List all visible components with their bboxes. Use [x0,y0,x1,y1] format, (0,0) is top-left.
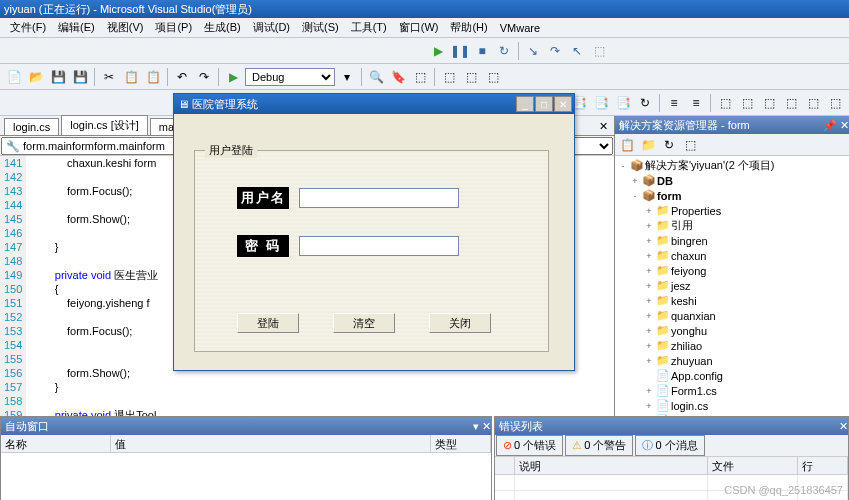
menu-edit[interactable]: 编辑(E) [52,18,101,37]
copy-icon[interactable]: 📋 [121,67,141,87]
err-col-desc[interactable]: 说明 [515,457,708,474]
se-tb-3-icon[interactable]: 📑 [613,93,633,113]
comment-icon[interactable]: ⬚ [410,67,430,87]
maximize-icon[interactable]: □ [535,96,553,112]
se-tb-11-icon[interactable]: ⬚ [803,93,823,113]
errors-toggle[interactable]: ⊘0 个错误 [496,435,563,456]
minimize-icon[interactable]: _ [516,96,534,112]
auto-col-type[interactable]: 类型 [431,435,491,452]
bookmark-icon[interactable]: 🔖 [388,67,408,87]
auto-grid[interactable] [1,453,491,500]
undo-icon[interactable]: ↶ [172,67,192,87]
err-close-icon[interactable]: ✕ [839,420,848,432]
more-icon[interactable]: ⬚ [439,67,459,87]
step-over-icon[interactable]: ↷ [545,41,565,61]
menu-build[interactable]: 生成(B) [198,18,247,37]
se-tb-4-icon[interactable]: ↻ [635,93,655,113]
se-tb-8-icon[interactable]: ⬚ [737,93,757,113]
auto-headers: 名称 值 类型 [1,435,491,453]
err-col-icon[interactable] [495,457,515,474]
start-icon[interactable]: ▶ [223,67,243,87]
tree-chaxun[interactable]: +📁chaxun [615,248,849,263]
username-input[interactable] [299,188,459,208]
tree-zhiliao[interactable]: +📁zhiliao [615,338,849,353]
err-col-file[interactable]: 文件 [708,457,798,474]
se-tb-2-icon[interactable]: 📑 [591,93,611,113]
cut-icon[interactable]: ✂ [99,67,119,87]
password-input[interactable] [299,236,459,256]
solution-tree[interactable]: -📦解决方案'yiyuan'(2 个项目) +📦DB -📦form +📁Prop… [615,156,849,416]
tree-form1[interactable]: +📄Form1.cs [615,383,849,398]
tree-quanxian[interactable]: +📁quanxian [615,308,849,323]
menu-help[interactable]: 帮助(H) [444,18,493,37]
tab-login-cs[interactable]: login.cs [4,118,59,135]
tree-mainform[interactable]: -📄mainform.cs [615,413,849,416]
auto-dropdown-icon[interactable]: ▾ [473,420,479,432]
hex-icon[interactable]: ⬚ [589,41,609,61]
clear-button[interactable]: 清空 [333,313,395,333]
close-button[interactable]: 关闭 [429,313,491,333]
tree-appconfig[interactable]: 📄App.config [615,368,849,383]
save-icon[interactable]: 💾 [48,67,68,87]
se-tb-5-icon[interactable]: ≡ [664,93,684,113]
warnings-toggle[interactable]: ⚠0 个警告 [565,435,633,456]
step-out-icon[interactable]: ↖ [567,41,587,61]
menu-vmware[interactable]: VMware [494,20,546,36]
tree-properties[interactable]: +📁Properties [615,203,849,218]
more3-icon[interactable]: ⬚ [483,67,503,87]
showall-icon[interactable]: 📁 [638,135,658,155]
restart-icon[interactable]: ↻ [494,41,514,61]
continue-icon[interactable]: ▶ [428,41,448,61]
open-icon[interactable]: 📂 [26,67,46,87]
redo-icon[interactable]: ↷ [194,67,214,87]
tab-close-icon[interactable]: ✕ [593,118,614,135]
pause-icon[interactable]: ❚❚ [450,41,470,61]
menu-tools[interactable]: 工具(T) [345,18,393,37]
menu-debug[interactable]: 调试(D) [247,18,296,37]
tree-refs[interactable]: +📁引用 [615,218,849,233]
menu-window[interactable]: 窗口(W) [393,18,445,37]
se-tb-7-icon[interactable]: ⬚ [715,93,735,113]
tree-feiyong[interactable]: +📁feiyong [615,263,849,278]
refresh-icon[interactable]: ↻ [659,135,679,155]
stop-icon[interactable]: ■ [472,41,492,61]
menu-file[interactable]: 文件(F) [4,18,52,37]
se-tb-10-icon[interactable]: ⬚ [781,93,801,113]
view2-icon[interactable]: ⬚ [680,135,700,155]
tree-bingren[interactable]: +📁bingren [615,233,849,248]
tree-proj-db[interactable]: +📦DB [615,173,849,188]
messages-toggle[interactable]: ⓘ0 个消息 [635,435,704,456]
more2-icon[interactable]: ⬚ [461,67,481,87]
close-icon[interactable]: ✕ [840,119,849,131]
tree-solution[interactable]: -📦解决方案'yiyuan'(2 个项目) [615,158,849,173]
pin-icon[interactable]: 📌 [823,119,837,131]
tree-login[interactable]: +📄login.cs [615,398,849,413]
dialog-title-bar[interactable]: 🖥 医院管理系统 _ □ ✕ [174,94,574,114]
auto-close-icon[interactable]: ✕ [482,420,491,432]
menu-test[interactable]: 测试(S) [296,18,345,37]
tab-login-design[interactable]: login.cs [设计] [61,115,147,135]
menu-view[interactable]: 视图(V) [101,18,150,37]
auto-col-name[interactable]: 名称 [1,435,111,452]
se-tb-6-icon[interactable]: ≡ [686,93,706,113]
new-icon[interactable]: 📄 [4,67,24,87]
err-col-line[interactable]: 行 [798,457,848,474]
menu-project[interactable]: 项目(P) [149,18,198,37]
tree-proj-form[interactable]: -📦form [615,188,849,203]
saveall-icon[interactable]: 💾 [70,67,90,87]
tree-yonghu[interactable]: +📁yonghu [615,323,849,338]
se-tb-12-icon[interactable]: ⬚ [825,93,845,113]
prop-icon[interactable]: 📋 [617,135,637,155]
se-tb-9-icon[interactable]: ⬚ [759,93,779,113]
paste-icon[interactable]: 📋 [143,67,163,87]
auto-col-value[interactable]: 值 [111,435,431,452]
dropdown-icon[interactable]: ▾ [337,67,357,87]
tree-zhuyuan[interactable]: +📁zhuyuan [615,353,849,368]
tree-jesz[interactable]: +📁jesz [615,278,849,293]
step-into-icon[interactable]: ↘ [523,41,543,61]
tree-keshi[interactable]: +📁keshi [615,293,849,308]
find-icon[interactable]: 🔍 [366,67,386,87]
config-combo[interactable]: Debug [245,68,335,86]
close-dialog-icon[interactable]: ✕ [554,96,572,112]
login-button[interactable]: 登陆 [237,313,299,333]
